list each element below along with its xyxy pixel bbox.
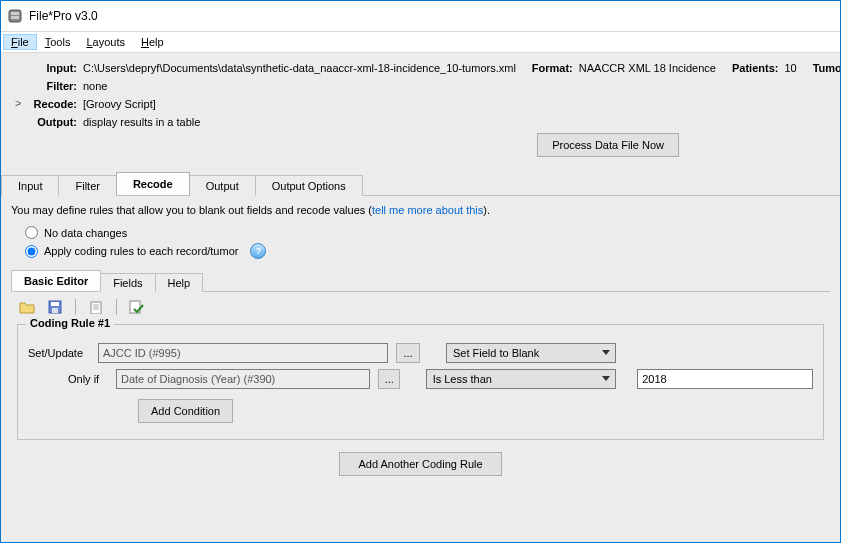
set-field-browse-button[interactable]: ...: [396, 343, 420, 363]
validate-icon[interactable]: [127, 298, 147, 316]
tab-output-options[interactable]: Output Options: [255, 175, 363, 196]
radio-apply-rules[interactable]: Apply coding rules to each record/tumor …: [25, 243, 830, 259]
output-label: Output:: [29, 113, 77, 131]
toolbar-sep-1: [75, 299, 76, 315]
toolbar: [11, 292, 830, 322]
action-select[interactable]: Set Field to Blank: [446, 343, 616, 363]
output-value: display results in a table: [83, 113, 200, 131]
tab-filter[interactable]: Filter: [58, 175, 116, 196]
sub-tabs: Basic Editor Fields Help: [11, 269, 830, 291]
basic-editor-panel: Coding Rule #1 Set/Update ... Set Field …: [11, 291, 830, 476]
process-button[interactable]: Process Data File Now: [537, 133, 679, 157]
recode-description: You may define rules that allow you to b…: [11, 204, 830, 216]
set-update-label: Set/Update: [28, 347, 90, 359]
svg-rect-1: [11, 12, 19, 15]
svg-rect-4: [51, 302, 59, 306]
input-value: C:\Users\depryf\Documents\data\synthetic…: [83, 59, 516, 77]
main-tabs: Input Filter Recode Output Output Option…: [1, 171, 840, 195]
tab-output[interactable]: Output: [189, 175, 256, 196]
format-label: Format:: [532, 59, 573, 77]
svg-rect-5: [52, 308, 58, 313]
subtab-help[interactable]: Help: [155, 273, 204, 292]
tumors-label: Tumors:: [813, 59, 841, 77]
patients-label: Patients:: [732, 59, 778, 77]
coding-rule-1: Coding Rule #1 Set/Update ... Set Field …: [17, 324, 824, 440]
recode-panel: You may define rules that allow you to b…: [1, 195, 840, 484]
menubar: File Tools Layouts Help: [1, 32, 840, 53]
toolbar-sep-2: [116, 299, 117, 315]
add-condition-button[interactable]: Add Condition: [138, 399, 233, 423]
format-value: NAACCR XML 18 Incidence: [579, 59, 716, 77]
onlyif-label: Only if: [68, 373, 108, 385]
svg-rect-2: [11, 16, 19, 19]
cond-field-input[interactable]: [116, 369, 370, 389]
cond-value-input[interactable]: [637, 369, 813, 389]
menu-layouts[interactable]: Layouts: [78, 34, 133, 50]
radio-no-changes[interactable]: No data changes: [25, 226, 830, 239]
radio-apply-rules-input[interactable]: [25, 245, 38, 258]
caret-icon: >: [15, 94, 21, 112]
window-title: File*Pro v3.0: [29, 9, 98, 23]
tab-input[interactable]: Input: [1, 175, 59, 196]
menu-help[interactable]: Help: [133, 34, 172, 50]
subtab-basic[interactable]: Basic Editor: [11, 270, 101, 291]
summary-block: Input: C:\Users\depryf\Documents\data\sy…: [1, 53, 840, 135]
menu-file[interactable]: File: [3, 34, 37, 50]
clear-icon[interactable]: [86, 298, 106, 316]
subtab-fields[interactable]: Fields: [100, 273, 155, 292]
tab-recode[interactable]: Recode: [116, 172, 190, 195]
rule-legend: Coding Rule #1: [26, 317, 114, 329]
app-icon: [7, 8, 23, 24]
input-label: Input:: [29, 59, 77, 77]
svg-rect-6: [91, 302, 101, 314]
cond-field-browse-button[interactable]: ...: [378, 369, 400, 389]
menu-tools[interactable]: Tools: [37, 34, 79, 50]
titlebar: File*Pro v3.0: [1, 1, 840, 32]
add-rule-button[interactable]: Add Another Coding Rule: [339, 452, 501, 476]
cond-op-select[interactable]: Is Less than: [426, 369, 616, 389]
open-icon[interactable]: [17, 298, 37, 316]
radio-no-changes-input[interactable]: [25, 226, 38, 239]
recode-value: [Groovy Script]: [83, 95, 156, 113]
filter-value: none: [83, 77, 107, 95]
set-field-input[interactable]: [98, 343, 388, 363]
recode-label: Recode:: [29, 95, 77, 113]
help-icon[interactable]: ?: [250, 243, 266, 259]
patients-value: 10: [784, 59, 796, 77]
filter-label: Filter:: [29, 77, 77, 95]
tell-me-more-link[interactable]: tell me more about this: [372, 204, 483, 216]
save-icon[interactable]: [45, 298, 65, 316]
